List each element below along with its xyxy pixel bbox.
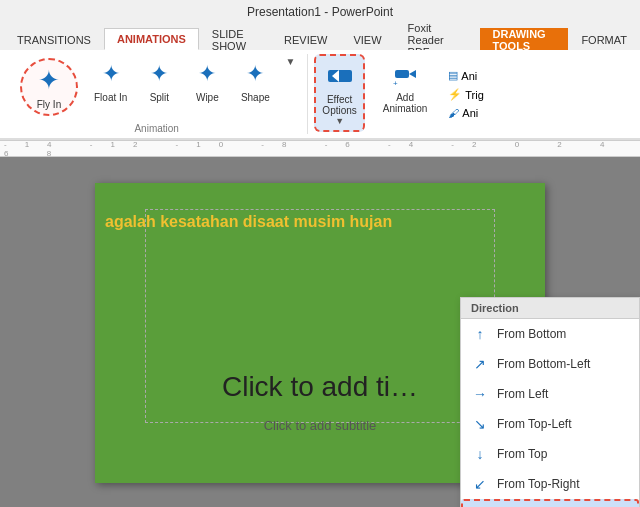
add-animation-label: Add Animation [383,92,427,114]
wipe-icon: ✦ [191,58,223,90]
slide-title[interactable]: Click to add ti… [222,371,418,403]
add-animation-icon: + [389,58,421,90]
shape-icon: ✦ [239,58,271,90]
tab-format[interactable]: FORMAT [568,28,640,50]
shape-label: Shape [241,92,270,103]
from-bottom-left-label: From Bottom-Left [497,357,590,371]
fly-in-icon: ✦ [33,65,65,97]
from-top-right-arrow-icon: ↙ [471,475,489,493]
dropdown-header: Direction [461,298,639,319]
from-bottom-arrow-icon: ↑ [471,325,489,343]
tab-view[interactable]: VIEW [340,28,394,50]
from-top-arrow-icon: ↓ [471,445,489,463]
animation-painter-label: Ani [462,107,478,119]
effect-options-group: Effect Options ▼ [308,54,370,134]
from-left-label: From Left [497,387,548,401]
trigger-label: Trig [465,89,484,101]
dropdown-item-from-right[interactable]: ← From Right [461,499,639,507]
effect-options-label: Effect Options [322,94,356,116]
effect-options-dropdown-arrow: ▼ [335,116,344,126]
from-bottom-label: From Bottom [497,327,566,341]
svg-rect-2 [395,70,409,78]
dropdown-item-from-top-right[interactable]: ↙ From Top-Right [461,469,639,499]
dropdown-item-from-bottom[interactable]: ↑ From Bottom [461,319,639,349]
more-icon: ▼ [285,56,295,67]
wipe-label: Wipe [196,92,219,103]
from-bottom-left-arrow-icon: ↗ [471,355,489,373]
animation-group: ✦ Fly In ✦ Float In ✦ Split ✦ Wipe [6,54,308,134]
animation-buttons: ✦ Fly In ✦ Float In ✦ Split ✦ Wipe [14,54,299,121]
tab-transitions[interactable]: TRANSITIONS [4,28,104,50]
ribbon-content: ✦ Fly In ✦ Float In ✦ Split ✦ Wipe [0,50,640,140]
shape-button[interactable]: ✦ Shape [233,54,277,107]
wipe-button[interactable]: ✦ Wipe [185,54,229,107]
trigger-icon: ⚡ [448,88,462,101]
svg-rect-0 [328,70,352,82]
slide-area: agalah kesatahan disaat musim hujan Clic… [0,157,640,507]
float-in-icon: ✦ [95,58,127,90]
dropdown-item-from-top-left[interactable]: ↘ From Top-Left [461,409,639,439]
fly-in-label: Fly In [37,99,61,110]
animation-painter-icon: 🖌 [448,107,459,119]
more-animations-button[interactable]: ▼ [281,54,299,69]
from-top-label: From Top [497,447,547,461]
from-left-arrow-icon: → [471,385,489,403]
dropdown-item-from-top[interactable]: ↓ From Top [461,439,639,469]
tab-animations[interactable]: ANIMATIONS [104,28,199,50]
dropdown-item-from-left[interactable]: → From Left [461,379,639,409]
ruler-marks: -14 -12 -10 -8 -6 -4 -2 0 2 4 6 8 [4,141,636,157]
tab-review[interactable]: REVIEW [271,28,340,50]
float-in-button[interactable]: ✦ Float In [88,54,133,107]
animation-painter-button[interactable]: 🖌 Ani [445,106,487,120]
ruler: -14 -12 -10 -8 -6 -4 -2 0 2 4 6 8 [0,141,640,157]
add-animation-button[interactable]: + Add Animation [377,54,433,118]
tab-foxit[interactable]: Foxit Reader PDF [395,28,480,50]
title-text: Presentation1 - PowerPoint [247,5,393,19]
svg-marker-3 [409,70,416,78]
float-in-label: Float In [94,92,127,103]
ribbon: TRANSITIONS ANIMATIONS SLIDE SHOW REVIEW… [0,24,640,141]
from-top-left-label: From Top-Left [497,417,571,431]
tab-slide-show[interactable]: SLIDE SHOW [199,28,271,50]
split-label: Split [150,92,169,103]
slide-subtitle[interactable]: Click to add subtitle [264,418,377,433]
dropdown-menu: Direction ↑ From Bottom ↗ From Bottom-Le… [460,297,640,507]
effect-options-button[interactable]: Effect Options ▼ [314,54,364,132]
tab-drawing-tools[interactable]: DRAWING TOOLS [480,28,569,50]
split-icon: ✦ [143,58,175,90]
from-top-right-label: From Top-Right [497,477,579,491]
animation-pane-label: Ani [461,70,477,82]
svg-text:+: + [393,79,398,88]
animation-group-label: Animation [134,121,178,134]
animation-pane-button[interactable]: ▤ Ani [445,68,487,83]
small-buttons-area: ▤ Ani ⚡ Trig 🖌 Ani [439,54,493,134]
fly-in-button[interactable]: ✦ Fly In [14,54,84,120]
fly-in-icon-wrapper: ✦ Fly In [20,58,78,116]
from-top-left-arrow-icon: ↘ [471,415,489,433]
title-bar: Presentation1 - PowerPoint [0,0,640,24]
animation-pane-icon: ▤ [448,69,458,82]
trigger-button[interactable]: ⚡ Trig [445,87,487,102]
dropdown-item-from-bottom-left[interactable]: ↗ From Bottom-Left [461,349,639,379]
split-button[interactable]: ✦ Split [137,54,181,107]
effect-options-icon [324,60,356,92]
add-animation-group: + Add Animation [371,54,439,134]
tab-row: TRANSITIONS ANIMATIONS SLIDE SHOW REVIEW… [0,24,640,50]
